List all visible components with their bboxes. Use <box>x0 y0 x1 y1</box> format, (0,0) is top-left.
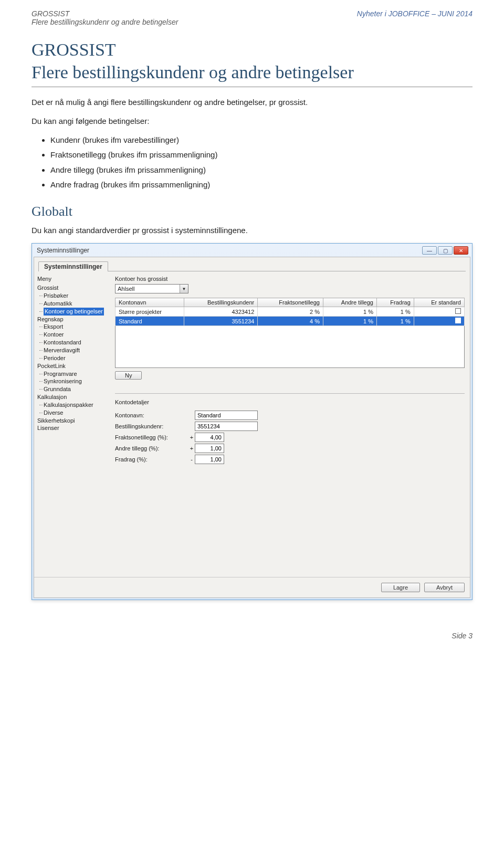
fradrag-label: Fradrag (%): <box>115 456 188 463</box>
standard-checkbox[interactable] <box>455 308 461 314</box>
tree-item[interactable]: Perioder <box>44 354 110 362</box>
grossist-select[interactable]: Ahlsell ▼ <box>115 284 188 293</box>
tree-item[interactable]: Programvare <box>44 370 110 378</box>
plus-sign: + <box>188 434 195 440</box>
maximize-icon[interactable]: ▢ <box>438 246 453 255</box>
header-left-2: Flere bestillingskundenr og andre beting… <box>32 18 178 26</box>
window-frame: Systeminnstillinger — ▢ ✕ Systeminnstill… <box>32 243 472 600</box>
tree-item[interactable]: Prisbøker <box>44 292 110 300</box>
header-left-1: GROSSIST <box>32 9 178 18</box>
close-icon[interactable]: ✕ <box>454 246 468 255</box>
minus-sign: - <box>188 456 195 463</box>
kontonavn-label: Kontonavn: <box>115 412 188 418</box>
doc-title: GROSSIST Flere bestillingskundenr og and… <box>32 39 472 83</box>
col-fradrag[interactable]: Fradrag <box>376 298 414 307</box>
bullet-list: Kundenr (brukes ifm varebestillinger) Fr… <box>50 134 472 191</box>
page-header: GROSSIST Flere bestillingskundenr og and… <box>32 9 472 26</box>
tree-item[interactable]: Kontoer og betingelser <box>44 308 110 316</box>
new-button[interactable]: Ny <box>115 371 142 380</box>
intro-paragraph: Det er nå mulig å angi flere bestillings… <box>32 97 472 108</box>
sidebar-label: Meny <box>37 276 110 282</box>
tree-item[interactable]: Diverse <box>44 409 110 417</box>
col-andre-tillegg[interactable]: Andre tillegg <box>323 298 376 307</box>
window-body: Systeminnstillinger Meny GrossistPrisbøk… <box>34 257 470 598</box>
window-titlebar[interactable]: Systeminnstillinger — ▢ ✕ <box>34 245 470 257</box>
tree-item[interactable]: Grunndata <box>44 385 110 393</box>
fradrag-input[interactable] <box>195 455 224 464</box>
frakt-label: Fraktsonetillegg (%): <box>115 434 188 440</box>
dialog-footer: Lagre Avbryt <box>34 577 470 597</box>
list-item: Fraktsonetillegg (brukes ifm prissammenl… <box>50 149 472 161</box>
grossist-select-value: Ahlsell <box>116 285 180 292</box>
tree-item[interactable]: Kalkulasjonspakker <box>44 401 110 409</box>
grossist-section-label: Kontoer hos grossist <box>115 276 465 282</box>
tree-item[interactable]: Kontostandard <box>44 339 110 346</box>
kontonavn-input[interactable] <box>195 411 258 420</box>
kontodetaljer-panel: Kontodetaljer Kontonavn: Bestillingskund… <box>115 393 465 464</box>
kundenr-label: Bestillingskundenr: <box>115 423 188 429</box>
window-title: Systeminnstillinger <box>37 247 89 254</box>
section-text: Du kan angi standardverdier pr grossist … <box>32 225 472 236</box>
title-rule <box>32 87 472 87</box>
sidebar: Meny GrossistPrisbøkerAutomatikkKontoer … <box>34 271 113 577</box>
table-row[interactable]: Standard35512344 %1 %1 % <box>116 317 465 326</box>
tree-item[interactable]: Kalkulasjon <box>37 393 110 401</box>
accounts-table[interactable]: Kontonavn Bestillingskundenr Fraktsoneti… <box>115 298 465 326</box>
tree-item[interactable]: Automatikk <box>44 300 110 308</box>
tree-item[interactable]: Merverdiavgift <box>44 346 110 354</box>
tab-bar: Systeminnstillinger <box>34 257 470 271</box>
section-heading: Globalt <box>32 204 472 219</box>
table-empty-area <box>115 326 465 368</box>
col-bestillingskundenr[interactable]: Bestillingskundenr <box>184 298 258 307</box>
plus-sign: + <box>188 445 195 451</box>
kundenr-input[interactable] <box>195 422 258 431</box>
tree-item[interactable]: Lisenser <box>37 424 110 432</box>
tree-item[interactable]: Eksport <box>44 323 110 331</box>
menu-tree: GrossistPrisbøkerAutomatikkKontoer og be… <box>37 284 110 432</box>
minimize-icon[interactable]: — <box>422 246 437 255</box>
list-item: Kundenr (brukes ifm varebestillinger) <box>50 134 472 146</box>
tab-systeminnstillinger[interactable]: Systeminnstillinger <box>38 261 108 271</box>
subintro-paragraph: Du kan angi følgende betingelser: <box>32 115 472 127</box>
main-panel: Kontoer hos grossist Ahlsell ▼ Kontonavn… <box>113 271 470 577</box>
list-item: Andre fradrag (brukes ifm prissammenlign… <box>50 179 472 191</box>
list-item: Andre tillegg (brukes ifm prissammenlign… <box>50 164 472 176</box>
col-er-standard[interactable]: Er standard <box>414 298 464 307</box>
chevron-down-icon[interactable]: ▼ <box>180 285 188 293</box>
table-row[interactable]: Større prosjekter43234122 %1 %1 % <box>116 307 465 317</box>
col-fraktsonetillegg[interactable]: Fraktsonetillegg <box>258 298 323 307</box>
tree-item[interactable]: PocketLink <box>37 362 110 370</box>
tillegg-label: Andre tillegg (%): <box>115 445 188 451</box>
col-kontonavn[interactable]: Kontonavn <box>116 298 184 307</box>
kontodetaljer-label: Kontodetaljer <box>115 399 465 405</box>
tree-item[interactable]: Kontoer <box>44 331 110 339</box>
save-button[interactable]: Lagre <box>381 583 420 592</box>
header-right: Nyheter i JOBOFFICE – JUNI 2014 <box>357 9 472 26</box>
cancel-button[interactable]: Avbryt <box>424 583 465 592</box>
frakt-input[interactable] <box>195 433 224 442</box>
tree-item[interactable]: Synkronisering <box>44 377 110 385</box>
standard-checkbox[interactable] <box>455 318 461 323</box>
tillegg-input[interactable] <box>195 444 224 453</box>
tree-item[interactable]: Sikkerhetskopi <box>37 417 110 425</box>
page-footer: Side 3 <box>32 632 472 640</box>
tree-item[interactable]: Grossist <box>37 284 110 292</box>
tree-item[interactable]: Regnskap <box>37 316 110 323</box>
